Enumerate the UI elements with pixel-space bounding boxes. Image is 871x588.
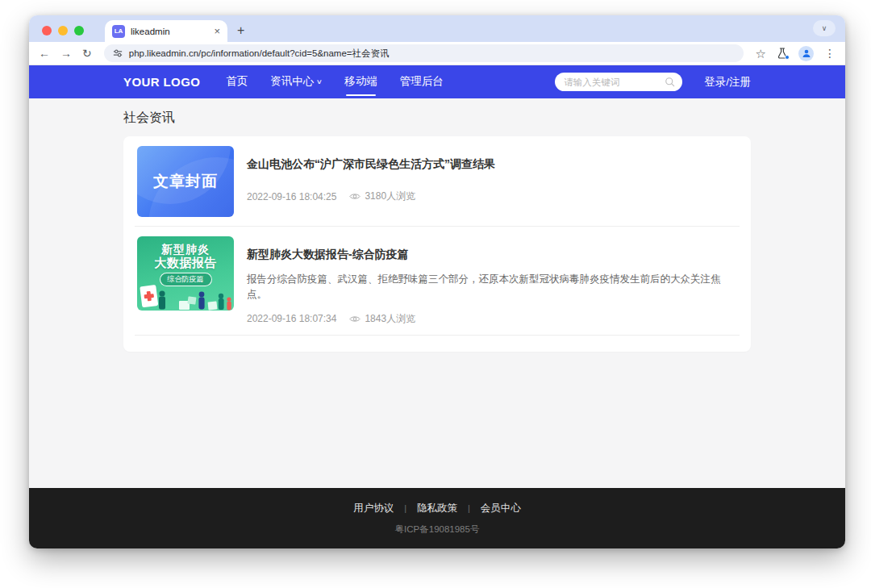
article-date: 2022-09-16 18:07:34 <box>247 313 336 324</box>
site-footer: 用户协议 | 隐私政策 | 会员中心 粤ICP备19081985号 <box>29 488 845 548</box>
cover-badge: 综合防疫篇 <box>160 273 212 286</box>
reload-button[interactable]: ↻ <box>82 48 92 59</box>
article-thumbnail[interactable]: 文章封面 <box>137 146 234 217</box>
views-count: 3180人浏览 <box>365 190 415 203</box>
forward-button[interactable]: → <box>60 48 72 59</box>
nav-item-admin[interactable]: 管理后台 <box>400 71 444 93</box>
tab-search-chevron-button[interactable]: ∨ <box>813 20 836 36</box>
tune-icon <box>113 48 123 58</box>
cover-title-line2: 大数据报告 <box>137 256 234 269</box>
article-row[interactable]: 文章封面 金山电池公布“沪广深市民绿色生活方式”调查结果 2022-09-16 … <box>135 136 740 227</box>
url-text: php.likeadmin.cn/pc/information/default?… <box>129 48 390 60</box>
address-bar[interactable]: php.likeadmin.cn/pc/information/default?… <box>104 44 744 62</box>
article-description: 报告分综合防疫篇、武汉篇、拒绝野味篇三个部分，还原本次新型冠状病毒肺炎疫情发生前… <box>247 272 737 302</box>
nav-item-news-center[interactable]: 资讯中心∨ <box>270 71 322 93</box>
nav-item-mobile[interactable]: 移动端 <box>344 71 377 93</box>
browser-tab[interactable]: LA likeadmin × <box>105 20 227 42</box>
browser-toolbar: ← → ↻ php.likeadmin.cn/pc/information/de… <box>29 42 845 65</box>
article-date: 2022-09-16 18:04:25 <box>247 191 336 202</box>
nav-item-home[interactable]: 首页 <box>226 71 248 93</box>
browser-window: LA likeadmin × + ∨ ← → ↻ php.likeadmin.c… <box>29 15 845 548</box>
tab-close-button[interactable]: × <box>214 26 220 36</box>
cover-title-line1: 新型肺炎 <box>137 243 234 256</box>
article-row[interactable]: 新型肺炎 大数据报告 综合防疫篇 <box>135 227 740 336</box>
profile-avatar-button[interactable] <box>798 46 814 61</box>
article-title[interactable]: 新型肺炎大数据报告-综合防疫篇 <box>247 247 737 261</box>
page-body: 社会资讯 文章封面 金山电池公布“沪广深市民绿色生活方式”调查结果 2022-0… <box>29 98 845 488</box>
experiments-button[interactable] <box>777 48 788 59</box>
window-controls <box>42 26 84 35</box>
article-views: 1843人浏览 <box>349 312 415 326</box>
icp-number: 粤ICP备19081985号 <box>395 523 480 536</box>
toolbar-actions: ☆ ⋮ <box>756 46 836 61</box>
browser-menu-button[interactable]: ⋮ <box>824 48 836 59</box>
new-tab-button[interactable]: + <box>237 23 244 38</box>
article-title[interactable]: 金山电池公布“沪广深市民绿色生活方式”调查结果 <box>247 156 737 171</box>
person-icon <box>802 48 811 58</box>
article-list-card: 文章封面 金山电池公布“沪广深市民绿色生活方式”调查结果 2022-09-16 … <box>123 136 751 352</box>
main-nav: 首页 资讯中心∨ 移动端 管理后台 <box>226 71 443 93</box>
footer-separator: | <box>468 503 470 513</box>
chevron-down-icon: ∨ <box>822 24 827 32</box>
footer-link-privacy-policy[interactable]: 隐私政策 <box>417 502 457 515</box>
search-icon[interactable] <box>665 77 675 87</box>
site-header: YOUR LOGO 首页 资讯中心∨ 移动端 管理后台 登录/注册 <box>29 65 845 98</box>
zoom-button[interactable] <box>74 26 84 35</box>
search-box[interactable] <box>555 73 682 91</box>
page-title: 社会资讯 <box>123 98 751 127</box>
cover-text: 文章封面 <box>153 171 218 192</box>
views-count: 1843人浏览 <box>365 312 415 326</box>
minimize-button[interactable] <box>58 26 68 35</box>
tab-strip: LA likeadmin × + ∨ <box>29 15 845 42</box>
notification-dot <box>785 55 790 60</box>
article-content: 金山电池公布“沪广深市民绿色生活方式”调查结果 2022-09-16 18:04… <box>247 146 737 217</box>
article-thumbnail[interactable]: 新型肺炎 大数据报告 综合防疫篇 <box>137 236 234 311</box>
footer-links: 用户协议 | 隐私政策 | 会员中心 <box>353 502 521 515</box>
close-button[interactable] <box>42 26 52 35</box>
login-register-link[interactable]: 登录/注册 <box>704 75 751 90</box>
article-meta: 2022-09-16 18:07:34 1843人浏览 <box>247 312 737 326</box>
site-logo[interactable]: YOUR LOGO <box>123 75 200 89</box>
article-list: 文章封面 金山电池公布“沪广深市民绿色生活方式”调查结果 2022-09-16 … <box>135 136 740 336</box>
eye-icon <box>349 192 360 201</box>
search-input[interactable] <box>564 77 665 87</box>
article-views: 3180人浏览 <box>349 190 415 203</box>
bookmark-star-button[interactable]: ☆ <box>756 48 766 60</box>
tab-title: likeadmin <box>131 27 208 36</box>
eye-icon <box>349 315 360 323</box>
footer-link-member-center[interactable]: 会员中心 <box>481 502 521 515</box>
back-button[interactable]: ← <box>39 48 50 59</box>
article-meta: 2022-09-16 18:04:25 3180人浏览 <box>247 190 737 203</box>
footer-link-user-agreement[interactable]: 用户协议 <box>353 502 394 515</box>
tab-favicon: LA <box>112 25 125 38</box>
chevron-down-icon: ∨ <box>316 78 323 85</box>
article-content: 新型肺炎大数据报告-综合防疫篇 报告分综合防疫篇、武汉篇、拒绝野味篇三个部分，还… <box>247 236 737 326</box>
footer-separator: | <box>404 503 406 513</box>
